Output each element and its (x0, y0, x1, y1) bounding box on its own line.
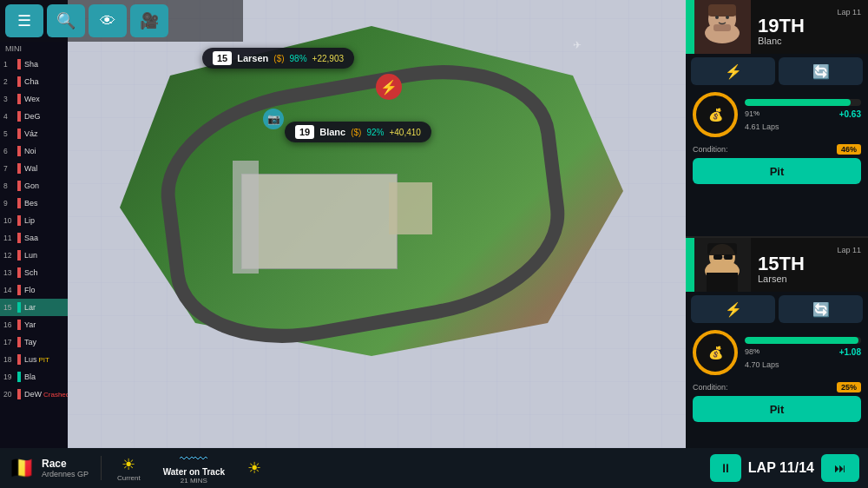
standing-pos: 18 (3, 355, 17, 364)
larsen-card-header: Lap 11 15TH Larsen (686, 238, 868, 292)
blanc-position: 19TH (758, 16, 861, 36)
larsen-driver-name: Larsen (237, 53, 268, 63)
blanc-avatar (694, 0, 751, 54)
fast-forward-button[interactable]: ⏭ (821, 454, 859, 482)
standing-name: Tay (24, 338, 36, 346)
larsen-tire-button[interactable]: 🔄 (779, 295, 863, 323)
sun-icon: ☀ (122, 455, 135, 474)
blanc-stat-row: 91 % +0.63 (745, 109, 861, 119)
standing-color-bar (17, 302, 21, 313)
blanc-pit-button[interactable]: Pit (693, 158, 861, 184)
weather-forecast-section: ☀ (247, 458, 261, 478)
svg-rect-2 (708, 4, 736, 16)
standing-row: 9Bes (0, 195, 68, 212)
water-wave-icon: 〰〰 (180, 452, 207, 467)
blanc-points: +40,410 (389, 128, 420, 137)
standing-name: DeW (24, 390, 42, 399)
pause-button[interactable]: ⏸ (710, 454, 741, 482)
standing-name: Váz (24, 129, 38, 138)
pause-icon: ⏸ (720, 461, 732, 475)
standing-name: Gon (24, 181, 39, 190)
standing-color-bar (17, 59, 21, 69)
larsen-dollar-icon: ($) (273, 54, 284, 63)
standing-pos: 4 (3, 112, 17, 121)
blanc-tire-button[interactable]: 🔄 (779, 57, 863, 85)
larsen-condition-label: Condition: (693, 383, 728, 392)
standing-row: 1Sha (0, 56, 68, 73)
track-island (120, 26, 623, 356)
blanc-car-number: 19 (295, 125, 314, 139)
larsen-energy-vert-fill (686, 238, 694, 292)
standing-pos: 9 (3, 199, 17, 208)
menu-button[interactable]: ☰ (5, 4, 43, 37)
pit-buildings (241, 174, 398, 269)
standing-crashed-status: Crashed (43, 391, 68, 399)
standing-name: Lus (24, 355, 37, 364)
standing-pit-status: PIT (39, 356, 49, 364)
svg-rect-9 (707, 243, 737, 255)
blanc-info: Lap 11 19TH Blanc (751, 0, 868, 54)
larsen-energy-bar-fill (745, 337, 858, 344)
svg-rect-11 (724, 254, 733, 260)
standing-name: Sch (24, 268, 38, 277)
water-on-track-label: Water on Track (163, 467, 225, 477)
standing-pos: 20 (3, 390, 17, 399)
larsen-position: 15TH (758, 254, 861, 274)
larsen-lightning-button[interactable]: ⚡ (691, 295, 775, 323)
larsen-photo (694, 238, 751, 292)
standing-pos: 8 (3, 181, 17, 190)
weather-current-section: ☀ Current (117, 455, 141, 482)
standing-row: 18LusPIT (0, 351, 68, 368)
standing-pos: 19 (3, 373, 17, 381)
bottom-bar: 🇧🇪 Race Ardennes GP ☀ Current 〰〰 Water o… (0, 448, 868, 488)
blanc-condition-label: Condition: (693, 145, 728, 154)
main-race-view: ⚡ 📷 ✈ 15 Larsen ($) 98% +22,903 19 Blanc… (68, 0, 686, 448)
standing-pos: 14 (3, 286, 17, 294)
standing-name: Saa (24, 234, 38, 242)
larsen-stat-row: 98 % +1.08 (745, 347, 861, 357)
larsen-energy-vert-bar (686, 238, 694, 292)
menu-icon: ☰ (17, 11, 31, 30)
view-button[interactable]: 👁 (89, 4, 127, 37)
standing-name: Wal (24, 164, 37, 173)
standing-color-bar (17, 354, 21, 365)
larsen-pit-button[interactable]: Pit (693, 396, 861, 422)
standing-pos: 5 (3, 129, 17, 138)
blanc-dollar-icon: ($) (351, 128, 361, 137)
blanc-gauges: 💰 91 % +0.63 4.61 Laps (686, 89, 868, 141)
blanc-lightning-button[interactable]: ⚡ (691, 57, 775, 85)
blanc-laps-value: +0.63 (839, 109, 861, 119)
standing-color-bar (17, 320, 21, 330)
race-flag-section: 🇧🇪 Race Ardennes GP (9, 456, 102, 480)
larsen-name-display: Larsen (758, 274, 861, 284)
standing-pos: 6 (3, 147, 17, 155)
blanc-laps-row: 4.61 Laps (745, 122, 861, 131)
standing-row: 17Tay (0, 333, 68, 351)
standing-row: 5Váz (0, 125, 68, 142)
standing-pos: 10 (3, 216, 17, 225)
search-button[interactable]: 🔍 (47, 4, 85, 37)
larsen-car-number: 15 (213, 51, 232, 65)
camera-tracking-icon: 📷 (263, 109, 284, 129)
standing-row: 2Cha (0, 73, 68, 90)
camera-button[interactable]: 🎥 (130, 4, 168, 37)
larsen-energy-gauge: 💰 (693, 330, 738, 375)
water-on-track-section: 〰〰 Water on Track 21 MINS (163, 452, 225, 485)
standing-name: Lun (24, 251, 37, 260)
standing-color-bar (17, 267, 21, 278)
standing-row: 6Noi (0, 142, 68, 160)
race-type-label: Race (42, 458, 89, 470)
larsen-controls: ⚡ 🔄 (686, 292, 868, 326)
standing-pos: 11 (3, 234, 17, 242)
svg-rect-14 (707, 273, 738, 292)
right-panel: Lap 11 19TH Blanc ⚡ 🔄 💰 91 % +0.6 (686, 0, 868, 488)
standing-row: 11Saa (0, 229, 68, 247)
belgium-flag: 🇧🇪 (9, 456, 35, 480)
blanc-tooltip: 19 Blanc ($) 92% +40,410 (285, 122, 431, 142)
building-1 (233, 161, 259, 274)
standing-name: Bla (24, 373, 36, 381)
standing-pos: 16 (3, 320, 17, 329)
lap-counter-label: LAP 11/14 (748, 460, 814, 476)
larsen-condition-row: Condition: 25% (693, 382, 861, 392)
standing-name: Flo (24, 286, 36, 294)
